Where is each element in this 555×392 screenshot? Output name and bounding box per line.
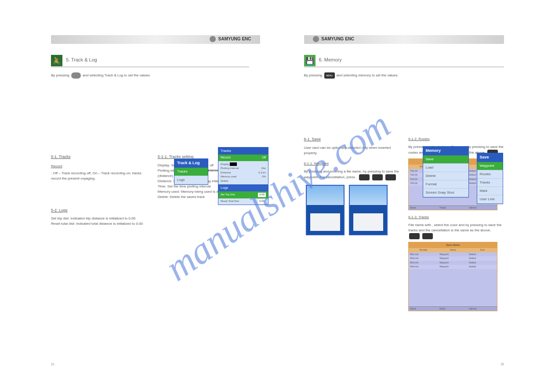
menu-item-tracks[interactable]: Tracks [174,168,208,176]
delete-label[interactable]: Delete [221,179,266,183]
total-dist-value: 0.00 [258,199,266,204]
memory-menu-snapshot[interactable]: Screen Snap Shot [423,189,468,197]
track-log-menu: Track & Log Tracks Logs [174,158,208,185]
section-underline-right [304,67,504,67]
memory-menu-save[interactable]: Save [423,155,468,164]
col-51: 5-1. Tracks Record : Off – Track recordi… [51,149,145,202]
save-menu-title: Save [477,153,503,162]
page-num-right: 32 [501,363,504,366]
page-num-left: 31 [51,363,54,366]
memory-menu-format[interactable]: Format [423,180,468,189]
logs-panel-title: Logs [218,184,268,191]
intro-r-1: By pressing [304,73,323,77]
intro-right: By pressing MENU and selecting memory to… [304,72,504,79]
s51-record: Record [51,164,145,169]
section-title-left: 5. Track & Log [66,57,97,62]
save-mark[interactable]: Mark [477,187,503,195]
menu-button-icon: MENU [324,72,335,79]
plot-interval-value: Dist [261,166,266,171]
track-log-icon: 🚴 [51,55,62,66]
t2-empty [409,269,497,306]
save-userline[interactable]: User Line [477,195,503,204]
t2-r2[interactable]: Mk3.mrkWaypointDefault [409,261,497,265]
s61-row: 6-1. Save User card can be optionally se… [304,131,504,311]
connector-line [208,170,218,170]
page-right: SAMYUNG ENC 💾 6. Memory By pressing MENU… [278,0,555,392]
s61-title: 6-1. Save [304,137,400,143]
enter-button-icon-5 [422,233,433,239]
tracks-panel-title: Tracks [218,147,268,155]
trip-dist-value: 0.00 [258,193,266,197]
brand-logo-icon-r [313,36,319,42]
record-label: Record [221,156,231,159]
brand-text-r: SAMYUNG ENC [321,36,354,41]
s611-text: By pressing and entering a file name, by… [304,169,400,180]
s613-text: File name with , select the color and by… [408,223,504,239]
s612-title: 6-1-2. Routes [408,137,504,142]
tracks-body: Display Plotting Interval Dist Distance … [218,161,268,185]
save-submenu: Save Waypoint Routes Tracks Mark User Li… [477,153,503,204]
section-underline-left [51,67,249,67]
enter-button-icon-1 [359,174,370,180]
s52-text: Set trip dist: Indicated trip distance i… [51,216,251,227]
distance-label: Distance [221,171,231,174]
intro-left: By pressing and selecting Track & Log to… [51,72,251,79]
brand-left: SAMYUNG ENC [210,36,251,42]
brand-logo-icon [210,36,216,42]
record-value: Off [262,155,266,160]
save-routes[interactable]: Routes [477,170,503,179]
intro-text-1: By pressing [51,73,69,77]
content-right: By pressing MENU and selecting memory to… [304,72,504,311]
screenshot-waypoint-1 [306,185,345,235]
screenshots-row [304,183,400,239]
table2-title: Save Marks [409,242,497,248]
brand-text: SAMYUNG ENC [218,36,251,41]
memory-label: Memory used [221,175,236,178]
enter-button-icon-4 [409,233,420,239]
s611-body: By pressing and entering a file name, by… [304,169,399,179]
t2-r3[interactable]: Mk4.mrkWaypointDefault [409,265,497,269]
trip-dist-label: Set Trip Dist [221,193,235,196]
display-swatch [230,162,237,166]
tracks-record-row: Record Off [218,155,268,161]
t2-col2: Kind [468,248,497,252]
s611-title: 6-1-1. Waypoint [304,161,400,166]
t2-r1[interactable]: Mk2.mrkWaypointDefault [409,256,497,261]
table2-cols: Number Name Kind [409,248,497,252]
menu-item-logs[interactable]: Logs [174,176,208,184]
memory-value: 0% [262,175,266,179]
plot-interval-label: Plotting Interval [221,167,239,169]
memory-menu: Memory Save Load Delete Format Screen Sn… [423,146,469,198]
intro-r-2: and selecting memory to set the values. [337,73,399,77]
t2-col0: Number [409,248,438,252]
screenshot-waypoint-2 [349,185,388,235]
save-marks-table: Save Marks Number Name Kind Mk1.mrkWaypo… [408,242,497,311]
esc-button-icon [385,174,396,180]
intro-text-2: and selecting Track & Log to set the val… [83,73,151,77]
s613-body: File name with , select the color and by… [408,223,501,232]
memory-menu-load[interactable]: Load [423,164,468,172]
s613-title: 6-1-3. Tracks [408,215,504,220]
track-log-menu-title: Track & Log [174,159,208,168]
s51-title: 5-1. Tracks [51,154,145,160]
brand-right: SAMYUNG ENC [313,36,355,42]
t2-foot: NameMark1Internal [409,306,497,311]
gps-button-icon [71,72,81,79]
page-left: SAMYUNG ENC 🚴 5. Track & Log By pressing… [0,0,278,392]
total-dist-label: Reset Total Dist [221,200,239,202]
manual-spread: SAMYUNG ENC 🚴 5. Track & Log By pressing… [0,0,555,392]
enter-button-icon-2 [372,174,383,180]
distance-value: 0.1nm [258,171,266,175]
s52-title: 5-2. Logs [51,208,251,214]
save-waypoint[interactable]: Waypoint [477,162,503,170]
logs-body-2: Reset Total Dist 0.00 [218,198,268,205]
memory-icon: 💾 [304,55,316,66]
memory-menu-delete[interactable]: Delete [423,172,468,180]
tracks-detail-panel: Tracks Record Off Display Plotting Inter… [218,147,268,205]
t2-r0[interactable]: Mk1.mrkWaypointDefault [409,252,497,257]
save-tracks[interactable]: Tracks [477,179,503,187]
t1-foot: NameTrack1Internal [409,205,497,210]
t2-col1: Name [438,248,468,252]
display-label: Display [221,163,229,165]
s61-left-col: 6-1. Save User card can be optionally se… [304,131,400,311]
